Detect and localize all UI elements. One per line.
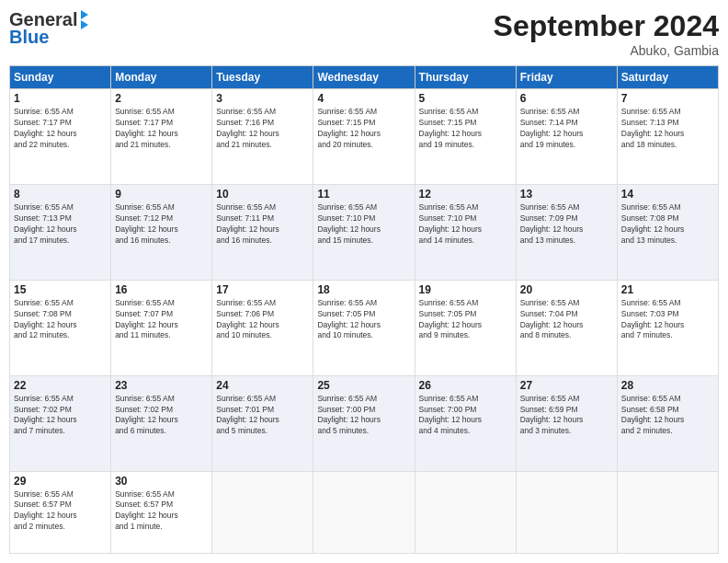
table-row: 22Sunrise: 6:55 AM Sunset: 7:02 PM Dayli… [10,375,111,471]
day-detail: Sunrise: 6:55 AM Sunset: 7:12 PM Dayligh… [115,202,208,247]
table-row: 5Sunrise: 6:55 AM Sunset: 7:15 PM Daylig… [415,89,516,185]
day-number: 25 [317,379,410,392]
table-row: 11Sunrise: 6:55 AM Sunset: 7:10 PM Dayli… [313,184,415,280]
day-number: 8 [14,188,107,201]
col-thursday: Thursday [415,66,516,89]
day-number: 27 [520,379,613,392]
day-number: 7 [621,92,714,105]
day-detail: Sunrise: 6:55 AM Sunset: 7:00 PM Dayligh… [317,394,410,438]
col-tuesday: Tuesday [212,66,313,89]
day-detail: Sunrise: 6:55 AM Sunset: 7:13 PM Dayligh… [621,107,714,151]
col-wednesday: Wednesday [313,66,415,89]
table-row: 12Sunrise: 6:55 AM Sunset: 7:10 PM Dayli… [415,184,516,280]
day-detail: Sunrise: 6:55 AM Sunset: 6:58 PM Dayligh… [621,394,714,438]
arrow-icon [81,10,88,19]
day-detail: Sunrise: 6:55 AM Sunset: 7:05 PM Dayligh… [419,298,512,342]
table-row: 15Sunrise: 6:55 AM Sunset: 7:08 PM Dayli… [10,280,111,375]
calendar-header-row: Sunday Monday Tuesday Wednesday Thursday… [10,66,719,89]
calendar-week-row: 29Sunrise: 6:55 AM Sunset: 6:57 PM Dayli… [10,471,719,553]
table-row: 23Sunrise: 6:55 AM Sunset: 7:02 PM Dayli… [111,375,212,471]
table-row: 20Sunrise: 6:55 AM Sunset: 7:04 PM Dayli… [516,280,617,375]
day-number: 9 [115,188,208,201]
day-detail: Sunrise: 6:55 AM Sunset: 6:59 PM Dayligh… [520,394,613,438]
table-row [516,471,617,553]
day-detail: Sunrise: 6:55 AM Sunset: 7:08 PM Dayligh… [621,202,714,247]
table-row: 10Sunrise: 6:55 AM Sunset: 7:11 PM Dayli… [212,184,313,280]
day-number: 1 [14,92,107,105]
table-row: 8Sunrise: 6:55 AM Sunset: 7:13 PM Daylig… [10,184,111,280]
day-number: 24 [216,379,309,392]
day-detail: Sunrise: 6:55 AM Sunset: 7:11 PM Dayligh… [216,202,309,247]
day-detail: Sunrise: 6:55 AM Sunset: 7:14 PM Dayligh… [520,107,613,151]
table-row: 30Sunrise: 6:55 AM Sunset: 6:57 PM Dayli… [111,471,212,553]
table-row: 14Sunrise: 6:55 AM Sunset: 7:08 PM Dayli… [617,184,718,280]
col-monday: Monday [111,66,212,89]
table-row: 19Sunrise: 6:55 AM Sunset: 7:05 PM Dayli… [415,280,516,375]
day-number: 2 [115,92,208,105]
day-number: 20 [520,283,613,296]
day-number: 19 [419,283,512,296]
calendar-week-row: 1Sunrise: 6:55 AM Sunset: 7:17 PM Daylig… [10,89,719,185]
col-sunday: Sunday [10,66,111,89]
table-row: 28Sunrise: 6:55 AM Sunset: 6:58 PM Dayli… [617,375,718,471]
table-row [212,471,313,553]
day-number: 26 [419,379,512,392]
table-row [617,471,718,553]
day-detail: Sunrise: 6:55 AM Sunset: 7:17 PM Dayligh… [115,107,208,151]
table-row [415,471,516,553]
day-detail: Sunrise: 6:55 AM Sunset: 7:04 PM Dayligh… [520,298,613,342]
day-detail: Sunrise: 6:55 AM Sunset: 7:00 PM Dayligh… [419,394,512,438]
table-row: 7Sunrise: 6:55 AM Sunset: 7:13 PM Daylig… [617,89,718,185]
day-number: 13 [520,188,613,201]
day-detail: Sunrise: 6:55 AM Sunset: 7:10 PM Dayligh… [419,202,512,247]
day-number: 14 [621,188,714,201]
title-block: September 2024 Abuko, Gambia [494,9,719,58]
day-detail: Sunrise: 6:55 AM Sunset: 7:08 PM Dayligh… [14,298,107,342]
day-detail: Sunrise: 6:55 AM Sunset: 7:03 PM Dayligh… [621,298,714,342]
day-number: 5 [419,92,512,105]
day-number: 6 [520,92,613,105]
day-detail: Sunrise: 6:55 AM Sunset: 7:07 PM Dayligh… [115,298,208,342]
table-row: 2Sunrise: 6:55 AM Sunset: 7:17 PM Daylig… [111,89,212,185]
table-row: 21Sunrise: 6:55 AM Sunset: 7:03 PM Dayli… [617,280,718,375]
table-row: 4Sunrise: 6:55 AM Sunset: 7:15 PM Daylig… [313,89,415,185]
arrow-icon-2 [81,20,88,29]
day-detail: Sunrise: 6:55 AM Sunset: 7:15 PM Dayligh… [419,107,512,151]
table-row: 1Sunrise: 6:55 AM Sunset: 7:17 PM Daylig… [10,89,111,185]
day-detail: Sunrise: 6:55 AM Sunset: 7:02 PM Dayligh… [115,394,208,438]
day-detail: Sunrise: 6:55 AM Sunset: 7:02 PM Dayligh… [14,394,107,438]
day-detail: Sunrise: 6:55 AM Sunset: 7:15 PM Dayligh… [317,107,410,151]
calendar-week-row: 8Sunrise: 6:55 AM Sunset: 7:13 PM Daylig… [10,184,719,280]
table-row: 6Sunrise: 6:55 AM Sunset: 7:14 PM Daylig… [516,89,617,185]
table-row: 18Sunrise: 6:55 AM Sunset: 7:05 PM Dayli… [313,280,415,375]
day-detail: Sunrise: 6:55 AM Sunset: 6:57 PM Dayligh… [14,489,107,534]
table-row: 29Sunrise: 6:55 AM Sunset: 6:57 PM Dayli… [10,471,111,553]
day-number: 15 [14,283,107,296]
logo-blue: Blue [9,27,49,48]
day-detail: Sunrise: 6:55 AM Sunset: 7:05 PM Dayligh… [317,298,410,342]
day-detail: Sunrise: 6:55 AM Sunset: 7:10 PM Dayligh… [317,202,410,247]
day-number: 18 [317,283,410,296]
calendar-week-row: 22Sunrise: 6:55 AM Sunset: 7:02 PM Dayli… [10,375,719,471]
logo: General Blue [9,9,88,48]
month-title: September 2024 [494,9,719,43]
page: General Blue September 2024 Abuko, Gambi… [0,0,728,563]
header: General Blue September 2024 Abuko, Gambi… [9,9,719,58]
day-number: 12 [419,188,512,201]
day-number: 16 [115,283,208,296]
day-detail: Sunrise: 6:55 AM Sunset: 6:57 PM Dayligh… [115,489,208,534]
table-row: 13Sunrise: 6:55 AM Sunset: 7:09 PM Dayli… [516,184,617,280]
table-row: 27Sunrise: 6:55 AM Sunset: 6:59 PM Dayli… [516,375,617,471]
day-number: 22 [14,379,107,392]
day-number: 29 [14,475,107,488]
day-detail: Sunrise: 6:55 AM Sunset: 7:17 PM Dayligh… [14,107,107,151]
calendar-week-row: 15Sunrise: 6:55 AM Sunset: 7:08 PM Dayli… [10,280,719,375]
day-detail: Sunrise: 6:55 AM Sunset: 7:16 PM Dayligh… [216,107,309,151]
day-number: 21 [621,283,714,296]
calendar-table: Sunday Monday Tuesday Wednesday Thursday… [9,65,719,554]
day-number: 11 [317,188,410,201]
day-detail: Sunrise: 6:55 AM Sunset: 7:09 PM Dayligh… [520,202,613,247]
day-number: 23 [115,379,208,392]
day-detail: Sunrise: 6:55 AM Sunset: 7:13 PM Dayligh… [14,202,107,247]
day-number: 4 [317,92,410,105]
